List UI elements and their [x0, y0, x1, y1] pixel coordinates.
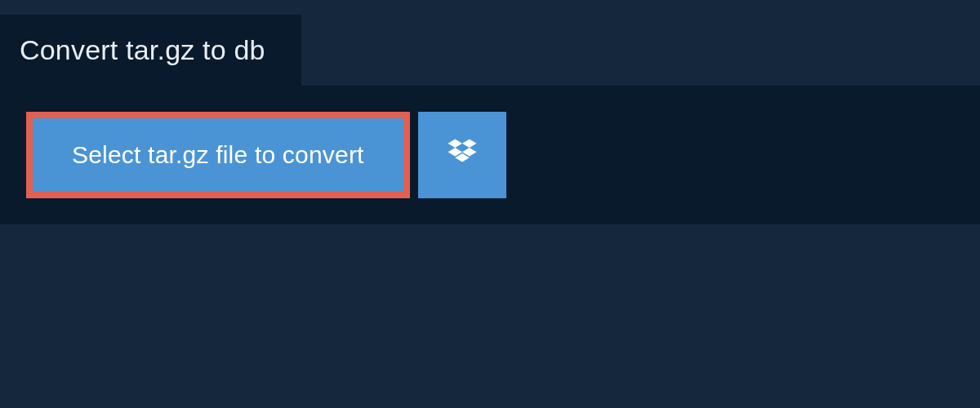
dropbox-button[interactable]: [418, 112, 506, 198]
dropbox-icon: [445, 136, 479, 174]
upload-panel: Select tar.gz file to convert: [0, 86, 980, 224]
page-title: Convert tar.gz to db: [20, 34, 265, 66]
select-file-label: Select tar.gz file to convert: [72, 141, 364, 169]
button-row: Select tar.gz file to convert: [26, 112, 957, 198]
tab-header: Convert tar.gz to db: [0, 15, 301, 86]
select-file-button[interactable]: Select tar.gz file to convert: [26, 112, 410, 198]
